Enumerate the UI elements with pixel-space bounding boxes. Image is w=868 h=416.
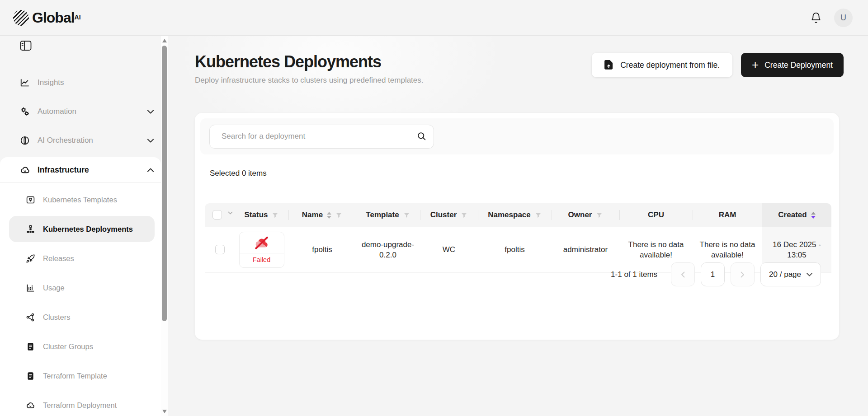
row-checkbox-cell — [205, 227, 235, 272]
sidebar-item-kubernetes-templates[interactable]: Kubernetes Templates — [9, 187, 155, 213]
main-content: Kubernetes Deployments Deploy infrastruc… — [168, 36, 868, 416]
chart-line-icon — [20, 78, 30, 88]
chevron-right-icon — [741, 271, 745, 278]
document-icon — [26, 342, 35, 351]
sidebar-item-cluster-groups[interactable]: Cluster Groups — [9, 333, 155, 360]
column-header-cpu[interactable]: CPU — [619, 203, 693, 227]
rocket-icon — [26, 254, 35, 263]
page-title: Kubernetes Deployments — [195, 52, 381, 71]
sidebar-item-label: Insights — [38, 78, 64, 87]
column-label: Cluster — [430, 210, 457, 220]
page-number-button[interactable]: 1 — [701, 262, 725, 286]
sidebar-item-ai-orchestration[interactable]: AI Orchestration — [0, 126, 161, 155]
column-header-template[interactable]: Template — [356, 203, 420, 227]
column-header-name[interactable]: Name — [288, 203, 356, 227]
column-header-namespace[interactable]: Namespace — [478, 203, 552, 227]
column-header-cluster[interactable]: Cluster — [420, 203, 478, 227]
notifications-button[interactable] — [810, 11, 822, 24]
file-upload-icon — [604, 60, 613, 70]
column-label: CPU — [648, 210, 664, 220]
sort-carets-icon[interactable] — [811, 212, 816, 219]
column-header-owner[interactable]: Owner — [552, 203, 619, 227]
name-cell: fpoltis — [288, 227, 356, 272]
top-bar: GlobalAI U — [0, 0, 868, 36]
sidebar-item-label: Kubernetes Templates — [43, 196, 117, 204]
sidebar-item-label: Terraform Deployment — [43, 401, 117, 410]
sidebar-scrollbar[interactable] — [161, 36, 168, 416]
sidebar-item-releases[interactable]: Releases — [9, 245, 155, 271]
status-cell: Failed — [235, 227, 288, 272]
bar-chart-icon — [26, 283, 35, 293]
page-subtitle: Deploy infrastructure stacks to clusters… — [195, 76, 424, 85]
select-all-checkbox[interactable] — [212, 210, 222, 220]
create-deployment-button[interactable]: + Create Deployment — [741, 53, 844, 77]
sort-carets-icon[interactable] — [327, 212, 331, 219]
sidebar-item-kubernetes-deployments[interactable]: Kubernetes Deployments — [9, 216, 155, 242]
sidebar-item-label: Usage — [43, 284, 65, 292]
sidebar-item-usage[interactable]: Usage — [9, 275, 155, 301]
search-input[interactable] — [209, 125, 434, 149]
document-icon — [26, 371, 35, 381]
user-avatar[interactable]: U — [834, 9, 853, 27]
chevron-down-icon — [147, 139, 154, 143]
pagination-summary: 1-1 of 1 items — [611, 270, 657, 279]
template-cell: demo-upgrade-0.2.0 — [356, 227, 420, 272]
filter-funnel-icon[interactable] — [535, 212, 542, 219]
sidebar-item-infrastructure[interactable]: Infrastructure — [0, 157, 161, 183]
row-checkbox[interactable] — [215, 245, 225, 254]
chevron-left-icon — [681, 271, 685, 278]
column-label: Created — [778, 210, 807, 220]
column-label: Name — [302, 210, 323, 220]
brain-icon — [20, 136, 30, 145]
sidebar-item-automation[interactable]: Automation — [0, 97, 161, 126]
column-header-status[interactable]: Status — [235, 203, 288, 227]
logo-globe-icon — [13, 10, 29, 26]
logo-text: GlobalAI — [32, 9, 81, 26]
sidebar-toggle-button[interactable] — [20, 40, 32, 51]
column-header-created[interactable]: Created — [762, 203, 831, 227]
column-label: Namespace — [488, 210, 531, 220]
filter-funnel-icon[interactable] — [461, 212, 467, 219]
sidebar-item-insights[interactable]: Insights — [0, 68, 161, 97]
sidebar-item-label: Clusters — [43, 313, 71, 322]
sidebar-item-terraform-template[interactable]: Terraform Template — [9, 363, 155, 389]
scrollbar-thumb[interactable] — [162, 46, 167, 321]
page-size-select[interactable]: 20 / page — [760, 262, 821, 286]
sidebar-item-label: Infrastructure — [38, 165, 89, 175]
sidebar-item-label: Automation — [38, 107, 76, 116]
scroll-down-arrow-icon[interactable] — [162, 410, 167, 413]
cloud-icon — [20, 165, 30, 175]
next-page-button[interactable] — [731, 262, 755, 286]
page-size-value: 20 / page — [769, 270, 801, 279]
filter-funnel-icon[interactable] — [596, 212, 603, 219]
sidebar-item-clusters[interactable]: Clusters — [9, 304, 155, 330]
sidebar-item-label: Releases — [43, 254, 74, 263]
create-deployment-from-file-button[interactable]: Create deployment from file. — [592, 53, 732, 77]
chevron-up-icon — [147, 168, 154, 172]
logo-superscript: AI — [75, 14, 81, 21]
previous-page-button[interactable] — [671, 262, 695, 286]
cloud-icon — [26, 401, 35, 410]
filter-funnel-icon[interactable] — [272, 212, 278, 219]
filter-funnel-icon[interactable] — [403, 212, 410, 219]
sidebar-item-label: Terraform Template — [43, 372, 107, 380]
avatar-initial: U — [840, 13, 846, 23]
search-icon[interactable] — [417, 131, 426, 141]
status-text: Failed — [240, 253, 284, 267]
chevron-down-icon[interactable] — [228, 211, 233, 215]
header-checkbox-cell — [205, 203, 235, 227]
sidebar-panel-icon — [20, 40, 32, 51]
sidebar-item-terraform-deployment[interactable]: Terraform Deployment — [9, 392, 155, 416]
filter-funnel-icon[interactable] — [335, 212, 342, 219]
bell-icon — [810, 12, 822, 24]
sidebar-item-label: Kubernetes Deployments — [43, 225, 133, 234]
chevron-down-icon — [147, 110, 154, 114]
plus-icon: + — [752, 59, 759, 70]
chevron-down-icon — [807, 273, 812, 276]
column-label: RAM — [719, 210, 736, 220]
sidebar-item-label: Cluster Groups — [43, 342, 93, 351]
selected-count-text: Selected 0 items — [210, 169, 267, 178]
pagination: 1-1 of 1 items 1 20 / page — [611, 262, 821, 286]
column-header-ram[interactable]: RAM — [693, 203, 762, 227]
scroll-up-arrow-icon[interactable] — [162, 39, 167, 42]
